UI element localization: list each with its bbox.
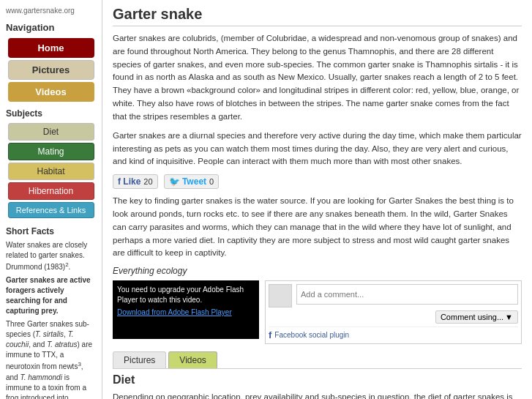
tabs-row: Pictures Videos [113, 351, 522, 369]
tab-pictures[interactable]: Pictures [113, 351, 166, 368]
comment-using-button[interactable]: Comment using... ▼ [435, 310, 518, 324]
social-bar: f Like 20 🐦 Tweet 0 [113, 174, 522, 189]
subjects-section-title: Subjects [0, 104, 102, 121]
video-upgrade-text: You need to upgrade your Adobe Flash Pla… [117, 285, 255, 305]
facebook-icon: f Like [118, 176, 141, 187]
comment-box: Comment using... ▼ f Facebook social plu… [265, 280, 522, 344]
avatar [269, 284, 292, 307]
twitter-icon: 🐦 Tweet [169, 176, 206, 187]
subject-diet-button[interactable]: Diet [8, 123, 94, 141]
video-box: You need to upgrade your Adobe Flash Pla… [113, 280, 259, 339]
short-facts-title: Short Facts [0, 220, 102, 239]
sidebar: www.gartersnake.org Navigation Home Pict… [0, 0, 102, 399]
comment-input-row [269, 284, 518, 307]
facebook-plugin-label: Facebook social plugin [274, 331, 349, 339]
facebook-plugin-row: f Facebook social plugin [269, 327, 518, 340]
comment-btn-label: Comment using... [441, 313, 503, 321]
page-title: Garter snake [113, 6, 522, 26]
short-fact-2: Garter snakes are active foragers active… [0, 274, 102, 318]
ecology-heading: Everything ecology [113, 266, 522, 276]
comment-input[interactable] [296, 284, 518, 305]
main-content: Garter snake Garter snakes are colubrids… [102, 0, 532, 399]
video-comment-row: You need to upgrade your Adobe Flash Pla… [113, 280, 522, 344]
comment-btn-row: Comment using... ▼ [269, 310, 518, 324]
key-paragraph: The key to finding garter snakes is the … [113, 195, 522, 260]
subject-hibernation-button[interactable]: Hibernation [8, 182, 94, 200]
subject-references-button[interactable]: References & Links [8, 202, 94, 218]
nav-pictures-button[interactable]: Pictures [8, 60, 94, 80]
nav-videos-button[interactable]: Videos [8, 82, 94, 102]
video-download-link[interactable]: Download from Adobe Flash Player [117, 308, 255, 316]
subject-habitat-button[interactable]: Habitat [8, 163, 94, 180]
nav-home-button[interactable]: Home [8, 38, 94, 58]
chevron-down-icon: ▼ [505, 313, 513, 321]
short-fact-1: Water snakes are closely related to gart… [0, 239, 102, 274]
tab-videos[interactable]: Videos [168, 351, 217, 368]
intro-paragraph-2: Garter snakes are a diurnal species and … [113, 130, 522, 168]
site-url: www.gartersnake.org [0, 4, 102, 19]
tweet-count: 0 [209, 177, 214, 186]
like-count: 20 [143, 177, 152, 186]
diet-paragraph-1: Depending on geographic location, prey a… [113, 391, 522, 399]
short-fact-3: Three Garter snakes sub-species (T. sirt… [0, 318, 102, 399]
facebook-plugin-icon: f [269, 329, 271, 340]
tweet-button[interactable]: 🐦 Tweet 0 [164, 174, 220, 189]
facebook-like-button[interactable]: f Like 20 [113, 174, 158, 189]
intro-paragraph-1: Garter snakes are colubrids, (member of … [113, 32, 522, 124]
diet-section-title: Diet [113, 373, 522, 387]
subject-mating-button[interactable]: Mating [8, 143, 94, 160]
nav-section-title: Navigation [0, 19, 102, 36]
